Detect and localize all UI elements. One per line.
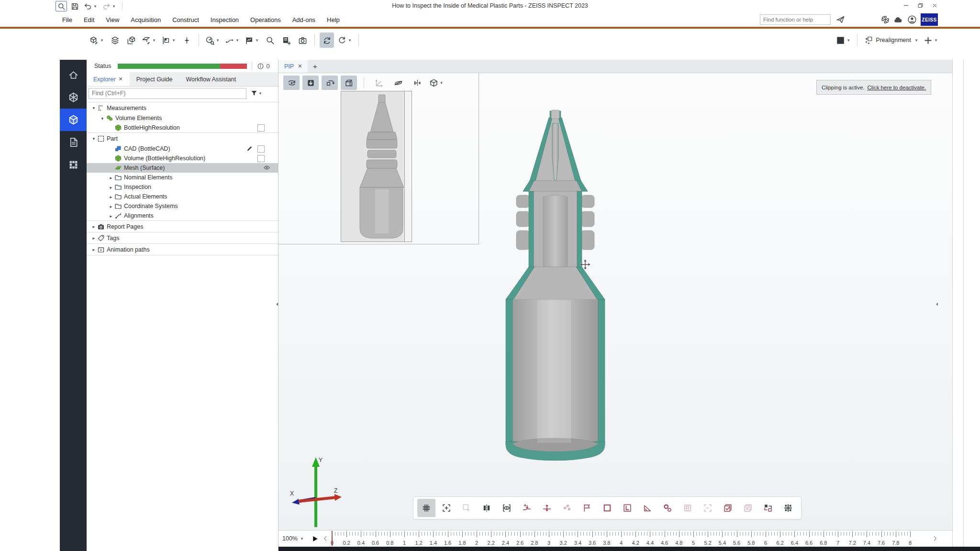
tree-item-nominal-elements[interactable]: ▸Nominal Elements: [87, 173, 278, 182]
tree-item-tags[interactable]: ▸Tags: [87, 232, 278, 243]
layers-button[interactable]: [108, 33, 122, 48]
visibility-checkbox[interactable]: [257, 145, 265, 153]
tree-item-part[interactable]: ▾Part: [87, 133, 278, 144]
tab-workflow-assistant[interactable]: Workflow Assistant: [179, 72, 243, 86]
tab-close-icon[interactable]: ✕: [298, 63, 302, 69]
minimize-button[interactable]: [899, 0, 913, 11]
undo-button[interactable]: ▾: [83, 1, 99, 11]
tree-item-report-pages[interactable]: ▸Report Pages: [87, 221, 278, 232]
menu-construct[interactable]: Construct: [167, 12, 205, 27]
sidebar-item-home[interactable]: [60, 64, 87, 86]
tree-expander-icon[interactable]: ▸: [108, 213, 114, 219]
expand-view-button[interactable]: [699, 499, 717, 517]
save-button[interactable]: [70, 1, 80, 11]
cad-comparison-button[interactable]: [558, 499, 576, 517]
sidebar-item-reports[interactable]: [60, 131, 87, 154]
filter-icon[interactable]: [250, 89, 258, 97]
tree-expander-icon[interactable]: ▾: [90, 105, 97, 110]
bottle-model[interactable]: [504, 109, 607, 461]
view-cube-button[interactable]: ▾: [428, 76, 445, 90]
tree-expander-icon[interactable]: ▾: [90, 136, 97, 141]
sidebar-item-workspace-volume[interactable]: [60, 109, 87, 131]
center-view-button[interactable]: [302, 76, 319, 90]
tree-item-mesh-surface-[interactable]: Mesh (Surface): [87, 163, 278, 173]
rotate-view-button[interactable]: [283, 76, 300, 90]
surface-comparison-button[interactable]: [538, 499, 556, 517]
tree-item-bottlehighresolution[interactable]: BottleHighResolution: [87, 123, 278, 132]
pip-pane-border[interactable]: [278, 244, 479, 244]
find-function-input[interactable]: [760, 14, 831, 25]
menu-help[interactable]: Help: [321, 12, 345, 27]
menu-edit[interactable]: Edit: [78, 12, 100, 27]
add-stage-button[interactable]: ▾: [922, 33, 940, 48]
scroll-right-button[interactable]: [930, 533, 940, 544]
alignment-selector-button[interactable]: Prealignment▾: [862, 33, 920, 48]
timeline-ruler[interactable]: 00.20.40.60.811.21.41.61.822.22.42.62.83…: [325, 530, 929, 547]
close-button[interactable]: [927, 0, 942, 11]
tree-expander-icon[interactable]: ▸: [108, 194, 114, 199]
visible-eye-icon[interactable]: [263, 164, 270, 171]
arrange-views-button[interactable]: [779, 499, 797, 517]
add-report-page-button[interactable]: [279, 33, 293, 48]
edit-pencil-icon[interactable]: [246, 145, 253, 152]
play-button[interactable]: [308, 533, 322, 544]
collapse-explorer-icon[interactable]: [274, 301, 280, 307]
3d-viewport[interactable]: PIP ✕ + ▾ Clipping is ac: [278, 60, 952, 530]
menu-view[interactable]: View: [100, 12, 125, 27]
tree-item-animation-paths[interactable]: ▸Animation paths: [87, 244, 278, 255]
panel-splitter[interactable]: [963, 60, 964, 547]
explorer-find-input[interactable]: [89, 88, 246, 99]
mirror-view-button[interactable]: [409, 76, 425, 90]
tree-item-cad-bottlecad-[interactable]: CAD (BottleCAD): [87, 144, 278, 154]
axes-button[interactable]: [371, 76, 387, 90]
rotate-view-button[interactable]: ▾: [204, 33, 222, 48]
tree-item-volume-elements[interactable]: ▾Volume Elements: [87, 113, 278, 123]
legend-button[interactable]: [618, 499, 636, 517]
approve-checks-button[interactable]: [719, 499, 737, 517]
menu-acquisition[interactable]: Acquisition: [125, 12, 167, 27]
pip-pane-border[interactable]: [479, 73, 479, 244]
tree-expander-icon[interactable]: ▸: [108, 204, 114, 209]
tree-expander-icon[interactable]: ▸: [108, 185, 114, 190]
deviation-label-button[interactable]: [578, 499, 596, 517]
redo-button[interactable]: ▾: [101, 1, 117, 11]
alignment-button[interactable]: ▾: [160, 33, 178, 48]
visibility-checkbox[interactable]: [257, 124, 265, 132]
menu-operations[interactable]: Operations: [245, 12, 287, 27]
link-elements-button[interactable]: [179, 33, 194, 48]
tree-expander-icon[interactable]: ▸: [90, 224, 97, 229]
tree-item-coordinate-systems[interactable]: ▸Coordinate Systems: [87, 201, 278, 211]
tab-pip[interactable]: PIP ✕: [278, 60, 308, 73]
fit-to-view-button[interactable]: [437, 499, 456, 517]
search-button[interactable]: [56, 1, 67, 11]
clipping-box-button[interactable]: [341, 76, 357, 90]
visibility-checkbox[interactable]: [257, 155, 265, 162]
status-info[interactable]: 0: [257, 63, 269, 70]
tab-close-icon[interactable]: ✕: [119, 76, 123, 82]
reject-checks-button[interactable]: [739, 499, 757, 517]
compare-views-button[interactable]: [478, 499, 496, 517]
addons-icon[interactable]: [880, 15, 890, 24]
whats-new-icon[interactable]: [835, 15, 845, 24]
toggle-grid-button[interactable]: [417, 499, 435, 517]
sidebar-item-workspace-cad[interactable]: [60, 86, 87, 109]
tree-expander-icon[interactable]: ▾: [99, 116, 106, 121]
restore-button[interactable]: [913, 0, 927, 11]
menu-inspection[interactable]: Inspection: [205, 12, 245, 27]
rectangle-annotation-button[interactable]: [598, 499, 616, 517]
diameter-check-button[interactable]: [658, 499, 677, 517]
edit-3d-button[interactable]: ▾: [88, 33, 106, 48]
new-view-tab-button[interactable]: +: [308, 60, 322, 73]
cloud-icon[interactable]: [893, 15, 902, 24]
clipping-plane-button[interactable]: [390, 76, 406, 90]
visibility-button[interactable]: [498, 499, 516, 517]
snapshot-button[interactable]: [295, 33, 310, 48]
select-button[interactable]: [457, 499, 476, 517]
tree-expander-icon[interactable]: ▸: [90, 247, 97, 252]
tree-expander-icon[interactable]: ▸: [108, 175, 114, 180]
zoom-level-select[interactable]: 100%▾: [282, 533, 304, 544]
menu-file[interactable]: File: [56, 12, 78, 27]
panel-splitter[interactable]: [952, 60, 953, 547]
surface-comparison-add-button[interactable]: [518, 499, 536, 517]
tree-item-actual-elements[interactable]: ▸Actual Elements: [87, 192, 278, 201]
